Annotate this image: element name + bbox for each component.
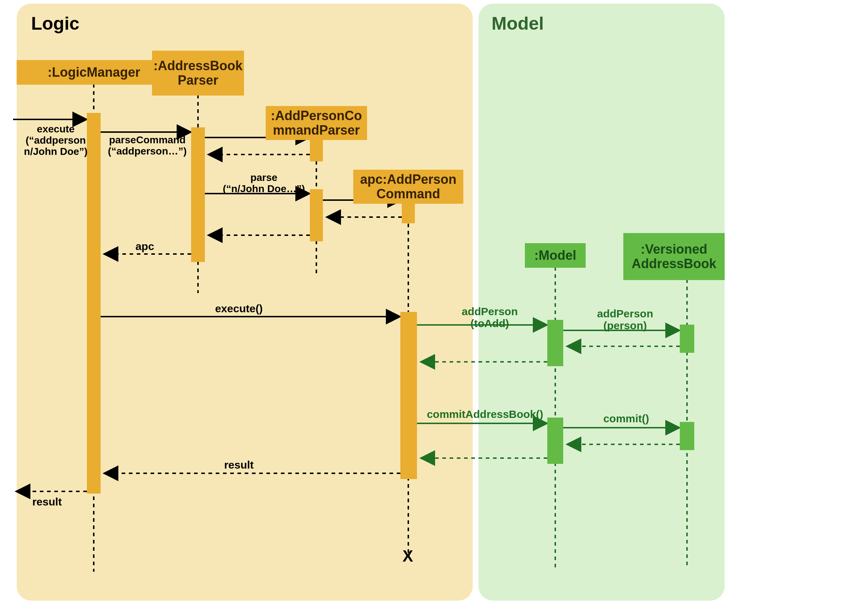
activation-model-a — [547, 320, 563, 366]
frame-logic-title: Logic — [31, 13, 79, 34]
participant-versioned-addressbook: :Versioned AddressBook — [623, 233, 725, 280]
participant-addperson-command-parser: :AddPersonCo mmandParser — [266, 106, 367, 140]
participant-addperson-command: apc:AddPerson Command — [353, 170, 463, 204]
diagram-canvas: Logic Model — [0, 0, 868, 605]
frame-logic — [17, 4, 473, 601]
activation-vab-b — [680, 422, 694, 450]
msg-result-inner: result — [217, 459, 260, 471]
msg-parse: parse (“n/John Doe…”) — [219, 172, 309, 195]
msg-parse-command: parseCommand (“addperson…”) — [102, 135, 192, 157]
activation-model-b — [547, 418, 563, 464]
participant-model: :Model — [525, 243, 586, 268]
activation-addperson-parser-a — [310, 140, 323, 161]
participant-logic-manager: :LogicManager — [17, 60, 171, 85]
msg-addperson-toAdd: addPerson (toAdd) — [441, 305, 539, 329]
msg-commit: commit() — [594, 413, 659, 424]
activation-addperson-command-a — [402, 203, 415, 223]
msg-commit-addressbook: commitAddressBook() — [423, 408, 547, 420]
msg-apc-return: apc — [130, 240, 159, 252]
frame-model-title: Model — [491, 13, 544, 34]
msg-addperson-person: addPerson (person) — [576, 308, 674, 331]
participant-addressbook-parser: :AddressBook Parser — [152, 51, 244, 96]
lifeline-terminator: X — [403, 547, 413, 565]
msg-result-outer: result — [25, 496, 69, 508]
activation-addperson-command-b — [400, 312, 417, 479]
activation-addperson-parser-b — [310, 189, 323, 241]
activation-vab-a — [680, 325, 694, 353]
activation-addressbook-parser — [191, 127, 205, 262]
msg-execute-call: execute() — [203, 302, 275, 314]
frame-model — [479, 4, 725, 601]
activation-logic-manager — [87, 113, 101, 494]
msg-execute-in: execute (“addperson n/John Doe”) — [18, 124, 94, 157]
